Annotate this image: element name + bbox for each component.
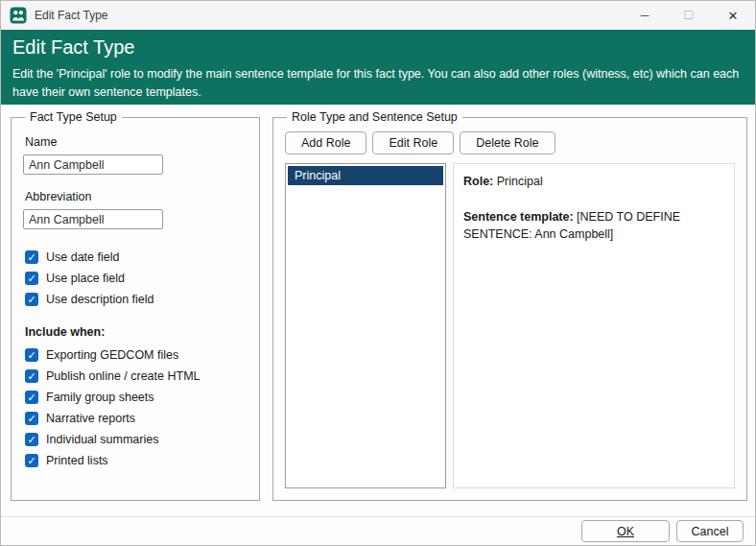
- role-setup-label: Role Type and Sentence Setup: [287, 110, 462, 124]
- checkbox-checked-icon[interactable]: [25, 293, 38, 306]
- edit-role-button[interactable]: Edit Role: [372, 131, 454, 154]
- checkbox-checked-icon[interactable]: [25, 250, 38, 264]
- checkbox-use-description-field[interactable]: Use description field: [25, 293, 248, 306]
- role-detail-template-line: Sentence template: [NEED TO DEFINE SENTE…: [463, 208, 724, 243]
- role-list[interactable]: Principal: [285, 163, 446, 488]
- include-checkbox-group: Exporting GEDCOM files Publish online / …: [23, 348, 248, 467]
- ok-button-label: OK: [617, 525, 634, 538]
- cancel-button[interactable]: Cancel: [676, 520, 744, 542]
- checkbox-label: Family group sheets: [46, 391, 154, 404]
- checkbox-narrative-reports[interactable]: Narrative reports: [25, 412, 248, 425]
- dialog-footer: OK Cancel: [1, 516, 755, 545]
- checkbox-label: Narrative reports: [46, 412, 135, 425]
- checkbox-label: Use date field: [46, 250, 119, 264]
- page-description: Edit the 'Principal' role to modify the …: [12, 65, 744, 102]
- role-detail-pane: Role: Principal Sentence template: [NEED…: [453, 163, 735, 488]
- edit-fact-type-dialog: { "window": { "title": "Edit Fact Type",…: [0, 0, 756, 546]
- dialog-header: Edit Fact Type Edit the 'Principal' role…: [1, 30, 755, 105]
- titlebar: Edit Fact Type ─ ☐ ✕: [1, 1, 755, 30]
- add-role-button[interactable]: Add Role: [285, 131, 366, 154]
- maximize-button: ☐: [667, 1, 711, 30]
- checkbox-checked-icon[interactable]: [25, 454, 38, 467]
- minimize-button[interactable]: ─: [623, 1, 667, 30]
- checkbox-individual-summaries[interactable]: Individual summaries: [25, 433, 248, 446]
- ok-button[interactable]: OK: [581, 520, 670, 542]
- fact-type-setup-group: Fact Type Setup Name Abbreviation Use da…: [11, 110, 260, 501]
- checkbox-use-place-field[interactable]: Use place field: [25, 272, 248, 285]
- checkbox-label: Use description field: [46, 293, 154, 306]
- checkbox-checked-icon[interactable]: [25, 433, 38, 446]
- checkbox-label: Publish online / create HTML: [46, 369, 201, 383]
- checkbox-use-date-field[interactable]: Use date field: [25, 250, 248, 264]
- cancel-button-label: Cancel: [692, 525, 729, 538]
- close-button[interactable]: ✕: [711, 1, 755, 30]
- checkbox-family-group-sheets[interactable]: Family group sheets: [25, 391, 248, 404]
- abbreviation-input[interactable]: [23, 209, 163, 229]
- page-title: Edit Fact Type: [12, 36, 744, 59]
- role-detail-role-value: Principal: [497, 175, 543, 188]
- fact-type-setup-label: Fact Type Setup: [25, 110, 122, 124]
- checkbox-label: Individual summaries: [46, 433, 158, 446]
- abbreviation-label: Abbreviation: [25, 190, 248, 203]
- field-checkbox-group: Use date field Use place field Use descr…: [23, 250, 248, 306]
- role-setup-group: Role Type and Sentence Setup Add Role Ed…: [272, 110, 747, 501]
- checkbox-label: Use place field: [46, 272, 125, 285]
- name-input[interactable]: [23, 154, 163, 175]
- checkbox-printed-lists[interactable]: Printed lists: [25, 454, 248, 467]
- include-when-label: Include when:: [25, 325, 248, 339]
- role-detail-role-line: Role: Principal: [463, 173, 724, 190]
- role-button-row: Add Role Edit Role Delete Role: [285, 131, 735, 154]
- checkbox-label: Printed lists: [46, 454, 108, 467]
- role-detail-role-label: Role:: [463, 175, 493, 188]
- checkbox-checked-icon[interactable]: [25, 412, 38, 425]
- checkbox-checked-icon[interactable]: [25, 272, 38, 285]
- checkbox-exporting-gedcom[interactable]: Exporting GEDCOM files: [25, 348, 248, 362]
- name-label: Name: [25, 135, 248, 149]
- role-detail-template-label: Sentence template:: [463, 210, 574, 224]
- delete-role-button[interactable]: Delete Role: [460, 131, 555, 154]
- checkbox-checked-icon[interactable]: [25, 348, 38, 362]
- window-title: Edit Fact Type: [35, 9, 107, 22]
- window-controls: ─ ☐ ✕: [623, 1, 755, 30]
- checkbox-checked-icon[interactable]: [25, 369, 38, 383]
- checkbox-publish-online[interactable]: Publish online / create HTML: [25, 369, 248, 383]
- checkbox-checked-icon[interactable]: [25, 391, 38, 404]
- role-list-item-principal[interactable]: Principal: [288, 166, 443, 185]
- role-body: Principal Role: Principal Sentence templ…: [285, 163, 735, 488]
- checkbox-label: Exporting GEDCOM files: [46, 348, 178, 362]
- app-icon: [10, 7, 27, 24]
